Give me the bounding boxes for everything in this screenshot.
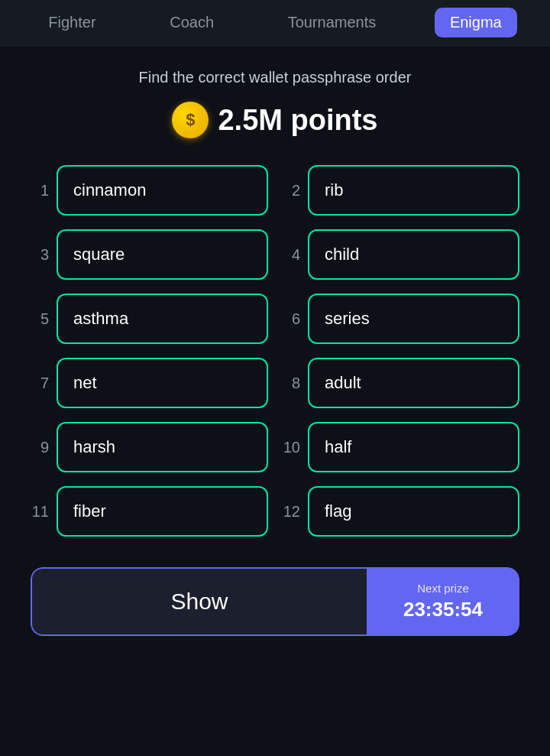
word-box[interactable]: square <box>57 229 268 280</box>
tab-tournaments[interactable]: Tournaments <box>273 8 392 37</box>
word-number: 5 <box>31 310 49 328</box>
show-button[interactable]: Show <box>31 567 367 636</box>
words-grid: 1cinnamon2rib3square4child5asthma6series… <box>15 165 535 537</box>
next-prize-timer: 23:35:54 <box>403 598 483 621</box>
word-box[interactable]: net <box>57 358 268 408</box>
word-box[interactable]: flag <box>308 486 519 537</box>
tab-fighter[interactable]: Fighter <box>33 8 111 37</box>
word-box[interactable]: rib <box>308 165 519 216</box>
word-row: 12flag <box>282 486 519 537</box>
word-box[interactable]: series <box>308 294 519 344</box>
word-box[interactable]: asthma <box>57 294 268 344</box>
word-number: 8 <box>282 375 300 392</box>
points-text: 2.5M points <box>218 104 377 137</box>
word-number: 12 <box>282 503 300 521</box>
next-prize-area[interactable]: Next prize 23:35:54 <box>367 567 519 636</box>
bottom-area: Show Next prize 23:35:54 <box>31 567 519 636</box>
word-number: 1 <box>31 182 49 200</box>
word-box[interactable]: child <box>308 229 519 280</box>
word-number: 11 <box>31 503 49 521</box>
word-number: 10 <box>282 439 300 456</box>
tab-coach[interactable]: Coach <box>154 8 229 37</box>
word-row: 10half <box>282 422 519 472</box>
word-box[interactable]: cinnamon <box>57 165 268 216</box>
word-box[interactable]: half <box>308 422 519 472</box>
word-number: 6 <box>282 310 300 328</box>
word-row: 6series <box>282 294 519 344</box>
word-number: 7 <box>31 375 49 392</box>
word-row: 2rib <box>282 165 519 216</box>
main-content: Find the correct wallet passphrase order… <box>0 46 550 651</box>
word-row: 9harsh <box>31 422 268 472</box>
word-box[interactable]: adult <box>308 358 519 408</box>
word-row: 5asthma <box>31 294 268 344</box>
word-number: 3 <box>31 246 49 264</box>
word-row: 11fiber <box>31 486 268 537</box>
instruction-text: Find the correct wallet passphrase order <box>139 69 412 86</box>
word-row: 7net <box>31 358 268 408</box>
word-row: 4child <box>282 229 519 280</box>
points-row: $ 2.5M points <box>172 102 377 138</box>
word-row: 1cinnamon <box>31 165 268 216</box>
word-number: 2 <box>282 182 300 200</box>
coin-icon: $ <box>172 102 209 138</box>
word-box[interactable]: harsh <box>57 422 268 472</box>
tab-enigma[interactable]: Enigma <box>435 8 517 37</box>
word-number: 9 <box>31 439 49 456</box>
next-prize-label: Next prize <box>417 582 469 595</box>
word-row: 8adult <box>282 358 519 408</box>
word-number: 4 <box>282 246 300 264</box>
tab-bar: Fighter Coach Tournaments Enigma <box>0 0 550 46</box>
word-row: 3square <box>31 229 268 280</box>
word-box[interactable]: fiber <box>57 486 268 537</box>
